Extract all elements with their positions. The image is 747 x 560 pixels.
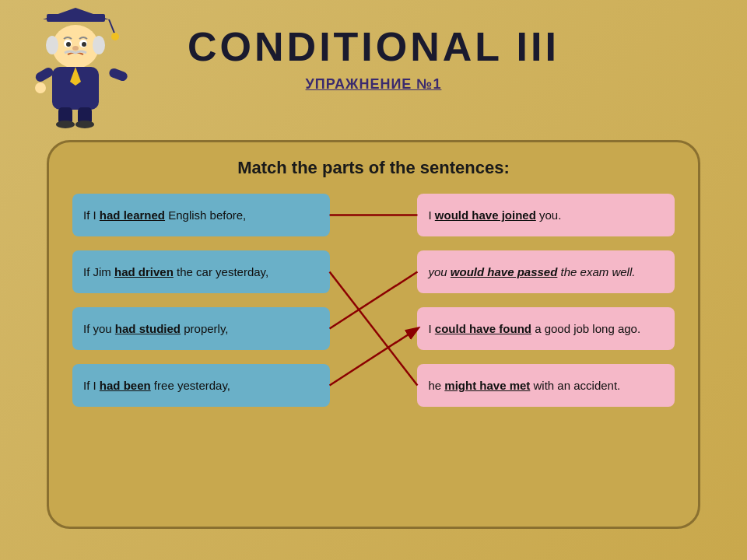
keyword-3: had studied	[115, 322, 181, 335]
svg-line-24	[330, 272, 418, 329]
page-background: CONDITIONAL III УПРАЖНЕНИЕ №1 Match the …	[0, 0, 747, 560]
svg-point-8	[82, 42, 86, 47]
answer-keyword-2: would have passed	[451, 265, 558, 278]
keyword-1: had learned	[100, 208, 165, 222]
keyword-4: had been	[100, 379, 151, 392]
right-answer-1: I would have joined you.	[417, 194, 675, 236]
svg-point-21	[75, 121, 94, 128]
card-title: Match the parts of the sentences:	[72, 158, 675, 178]
svg-marker-1	[43, 8, 109, 19]
left-sentence-3: If you had studied properly,	[72, 307, 330, 350]
left-sentence-2: If Jim had driven the car yesterday,	[72, 250, 330, 293]
svg-point-7	[66, 42, 71, 47]
svg-point-10	[46, 36, 58, 54]
svg-rect-15	[108, 67, 129, 82]
columns-container: If I had learned English before, If Jim …	[72, 194, 675, 504]
svg-point-9	[72, 46, 79, 51]
right-answer-4: he might have met with an accident.	[417, 364, 675, 407]
keyword-2: had driven	[114, 265, 174, 278]
answer-keyword-4: might have met	[444, 379, 530, 392]
svg-rect-14	[34, 66, 55, 83]
right-answer-3: I could have found a good job long ago.	[417, 307, 675, 350]
left-sentence-4: If I had been free yesterday,	[72, 364, 330, 407]
svg-point-11	[93, 36, 105, 54]
svg-line-25	[330, 329, 418, 386]
right-answer-2: you would have passed the exam well.	[417, 250, 675, 293]
svg-line-2	[109, 19, 115, 35]
main-card: Match the parts of the sentences: If I h…	[47, 140, 700, 529]
left-sentence-1: If I had learned English before,	[72, 194, 330, 236]
left-column: If I had learned English before, If Jim …	[72, 194, 338, 504]
answer-keyword-1: would have joined	[435, 208, 536, 222]
character-illustration	[31, 8, 132, 128]
right-column: I would have joined you. you would have …	[409, 194, 675, 504]
answer-keyword-3: could have found	[435, 322, 531, 335]
svg-point-20	[56, 121, 75, 128]
svg-line-23	[330, 272, 418, 386]
svg-point-3	[111, 33, 119, 40]
